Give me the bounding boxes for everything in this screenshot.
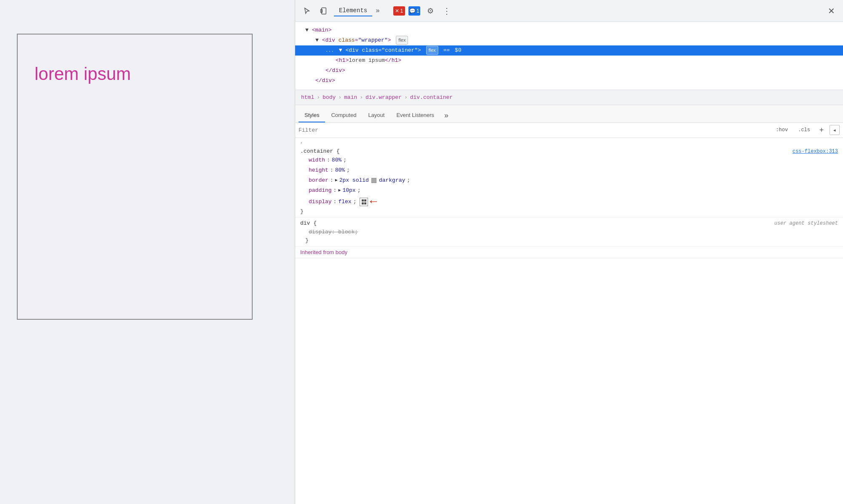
style-rule-container: .container { css-flexbox:313 width : 80%… bbox=[295, 146, 843, 218]
dom-tree: ▼ <main> ▼ <div class="wrapper"> flex ..… bbox=[295, 22, 843, 90]
browser-viewport: lorem ipsum bbox=[0, 0, 295, 504]
tab-styles[interactable]: Styles bbox=[299, 109, 325, 122]
tab-more[interactable]: » bbox=[440, 108, 453, 122]
add-style-button[interactable]: + bbox=[817, 125, 826, 135]
breadcrumb: html › body › main › div.wrapper › div.c… bbox=[295, 90, 843, 105]
dom-wrapper-open[interactable]: ▼ <div class="wrapper"> flex bbox=[295, 35, 843, 45]
style-rule-div: div { user agent stylesheet display: blo… bbox=[295, 218, 843, 247]
toggle-layout-button[interactable]: ◂ bbox=[830, 125, 840, 135]
annotation-arrow: ← bbox=[370, 196, 377, 208]
rule-div-selector[interactable]: div { bbox=[300, 220, 317, 226]
message-badge: 💬 1 bbox=[408, 6, 420, 16]
color-swatch-darkgray[interactable] bbox=[371, 178, 376, 183]
style-scroll-indicator: , bbox=[295, 138, 843, 146]
dom-h1[interactable]: <h1>lorem ipsum</h1> bbox=[295, 56, 843, 66]
breadcrumb-container[interactable]: div.container bbox=[408, 93, 455, 101]
close-devtools-button[interactable]: ✕ bbox=[824, 4, 838, 18]
dom-div-close[interactable]: </div> bbox=[295, 66, 843, 76]
inherited-tag[interactable]: body bbox=[336, 249, 347, 255]
prop-border: border : ▶ 2px solid darkgray ; bbox=[300, 175, 838, 186]
filter-input[interactable] bbox=[299, 127, 769, 133]
style-tabs-bar: Styles Computed Layout Event Listeners » bbox=[295, 105, 843, 123]
padding-expand-icon[interactable]: ▶ bbox=[338, 187, 341, 194]
rule-div-close: } bbox=[300, 237, 838, 244]
prop-display: display : flex ; ← bbox=[300, 196, 838, 208]
rule-container-selector[interactable]: .container { bbox=[300, 148, 340, 154]
styles-content: , .container { css-flexbox:313 width : 8… bbox=[295, 138, 843, 504]
prop-height: height : 80% ; bbox=[300, 165, 838, 175]
tab-more-chevron[interactable]: » bbox=[376, 7, 380, 15]
hov-button[interactable]: :hov bbox=[772, 126, 791, 134]
rule-container-header: .container { css-flexbox:313 bbox=[300, 148, 838, 154]
tab-computed[interactable]: Computed bbox=[325, 109, 362, 122]
error-count: 1 bbox=[400, 8, 403, 14]
prop-width: width : 80% ; bbox=[300, 155, 838, 165]
breadcrumb-wrapper[interactable]: div.wrapper bbox=[363, 93, 404, 101]
tab-event-listeners[interactable]: Event Listeners bbox=[390, 109, 440, 122]
more-options-button[interactable]: ⋮ bbox=[440, 4, 454, 18]
elements-tab-button[interactable]: Elements bbox=[334, 5, 372, 16]
devtools-panel: Elements » ✕ 1 💬 1 ⚙ ⋮ ✕ ▼ <main> ▼ <div… bbox=[295, 0, 843, 504]
inspect-element-button[interactable] bbox=[300, 4, 314, 18]
rule-container-source[interactable]: css-flexbox:313 bbox=[792, 149, 838, 154]
rule-div-header: div { user agent stylesheet bbox=[300, 220, 838, 226]
dom-container-open[interactable]: ... ▼ <div class="container"> flex == $0 bbox=[295, 45, 843, 56]
demo-container: lorem ipsum bbox=[17, 34, 253, 320]
breadcrumb-main[interactable]: main bbox=[341, 93, 360, 101]
cls-button[interactable]: .cls bbox=[795, 126, 814, 134]
flex-editor-icon[interactable] bbox=[360, 198, 368, 206]
prop-padding: padding : ▶ 10px ; bbox=[300, 186, 838, 196]
inherited-from-section: Inherited from body bbox=[295, 247, 843, 258]
breadcrumb-body[interactable]: body bbox=[320, 93, 338, 101]
breadcrumb-html[interactable]: html bbox=[299, 93, 317, 101]
message-count: 1 bbox=[416, 8, 419, 14]
devtools-toolbar: Elements » ✕ 1 💬 1 ⚙ ⋮ ✕ bbox=[295, 0, 843, 22]
border-expand-icon[interactable]: ▶ bbox=[335, 177, 338, 184]
tab-layout[interactable]: Layout bbox=[362, 109, 390, 122]
prop-div-display: display: block; bbox=[300, 227, 838, 237]
settings-button[interactable]: ⚙ bbox=[424, 4, 437, 18]
error-badge: ✕ 1 bbox=[393, 6, 405, 16]
toggle-device-toolbar-button[interactable] bbox=[317, 4, 331, 18]
rule-div-source: user agent stylesheet bbox=[774, 220, 838, 226]
rule-container-close: } bbox=[300, 208, 838, 215]
demo-heading: lorem ipsum bbox=[35, 64, 131, 84]
dom-wrapper-close[interactable]: </div> bbox=[295, 76, 843, 86]
filter-bar: :hov .cls + ◂ bbox=[295, 123, 843, 138]
dom-main-open[interactable]: ▼ <main> bbox=[295, 25, 843, 35]
